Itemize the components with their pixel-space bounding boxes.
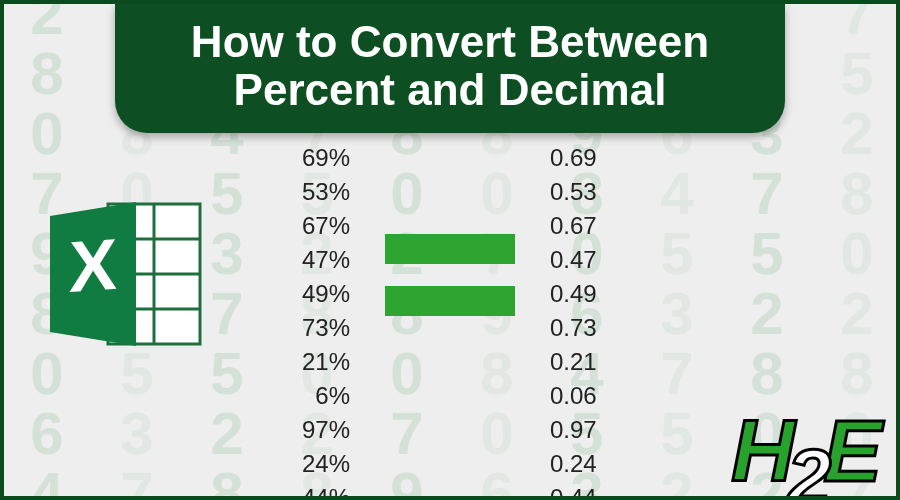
excel-icon: X	[40, 194, 210, 358]
svg-text:X: X	[69, 224, 117, 307]
percent-column: 69%53%67%47%49%73%21%6%97%24%44%	[280, 144, 350, 500]
title-line-2: Percent and Decimal	[135, 66, 765, 114]
percent-value: 6%	[280, 382, 350, 410]
percent-value: 44%	[280, 484, 350, 500]
decimal-column: 0.690.530.670.470.490.730.210.060.970.24…	[550, 144, 620, 500]
h2e-letter-e: E	[823, 401, 874, 500]
percent-value: 24%	[280, 450, 350, 478]
h2e-logo: H2E	[731, 416, 874, 486]
decimal-value: 0.47	[550, 246, 620, 274]
percent-value: 69%	[280, 144, 350, 172]
decimal-value: 0.49	[550, 280, 620, 308]
percent-value: 49%	[280, 280, 350, 308]
h2e-letter-2: 2	[787, 433, 824, 500]
decimal-value: 0.06	[550, 382, 620, 410]
decimal-value: 0.67	[550, 212, 620, 240]
decimal-value: 0.24	[550, 450, 620, 478]
percent-value: 53%	[280, 178, 350, 206]
percent-value: 21%	[280, 348, 350, 376]
title-line-1: How to Convert Between	[135, 18, 765, 66]
decimal-value: 0.21	[550, 348, 620, 376]
decimal-value: 0.69	[550, 144, 620, 172]
title-banner: How to Convert Between Percent and Decim…	[115, 4, 785, 133]
percent-value: 73%	[280, 314, 350, 342]
percent-value: 97%	[280, 416, 350, 444]
decimal-value: 0.73	[550, 314, 620, 342]
decimal-value: 0.44	[550, 484, 620, 500]
equals-icon	[385, 234, 515, 338]
percent-value: 47%	[280, 246, 350, 274]
decimal-value: 0.97	[550, 416, 620, 444]
decimal-value: 0.53	[550, 178, 620, 206]
percent-value: 67%	[280, 212, 350, 240]
h2e-letter-h: H	[731, 401, 787, 500]
